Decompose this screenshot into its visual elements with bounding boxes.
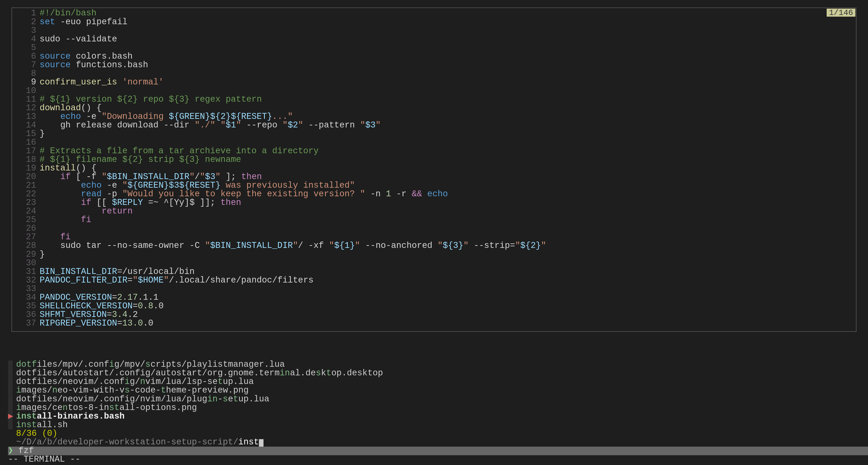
line-number: 15: [12, 130, 40, 138]
code-line[interactable]: 5: [12, 44, 856, 52]
code-line[interactable]: 2set -euo pipefail: [12, 18, 856, 27]
code-text: fi: [40, 216, 91, 224]
code-line[interactable]: 29}: [12, 251, 856, 259]
code-line[interactable]: 12download() {: [12, 104, 856, 113]
line-number: 16: [12, 138, 40, 147]
fzf-result-item[interactable]: dotfiles/neovim/.config/nvim/lua/plugin-…: [16, 395, 860, 404]
code-line[interactable]: 17# Extracts a file from a tar archieve …: [12, 147, 856, 155]
code-text: }: [40, 251, 45, 259]
line-number: 18: [12, 155, 40, 164]
code-line[interactable]: 6source colors.bash: [12, 52, 856, 61]
code-text: echo -e "Downloading ${GREEN}${2}${RESET…: [40, 113, 293, 121]
line-number: 20: [12, 173, 40, 181]
code-line[interactable]: 22 read -p "Would you like to keep the e…: [12, 190, 856, 199]
line-number: 24: [12, 207, 40, 216]
fzf-result-item[interactable]: install-binaries.bash: [16, 412, 860, 421]
fzf-result-item[interactable]: install.sh: [16, 421, 860, 430]
line-number: 1: [12, 9, 40, 18]
fzf-query[interactable]: inst: [238, 437, 259, 447]
line-number: 30: [12, 259, 40, 268]
code-line[interactable]: 35SHELLCHECK_VERSION=0.8.0: [12, 302, 856, 311]
line-number: 17: [12, 147, 40, 155]
line-number: 7: [12, 61, 40, 69]
code-line[interactable]: 26: [12, 224, 856, 233]
fzf-result-item[interactable]: images/neo-vim-with-vs-code-theme-previe…: [16, 386, 860, 395]
code-line[interactable]: 34PANDOC_VERSION=2.17.1.1: [12, 293, 856, 302]
code-text: SHELLCHECK_VERSION=0.8.0: [40, 302, 164, 311]
code-line[interactable]: 27 fi: [12, 233, 856, 242]
fzf-result-list[interactable]: dotfiles/mpv/.config/mpv/scripts/playlis…: [16, 360, 860, 429]
fzf-result-item[interactable]: dotfiles/neovim/.config/nvim/lua/lsp-set…: [16, 378, 860, 386]
code-line[interactable]: 18# ${1} filename ${2} strip ${3} newnam…: [12, 155, 856, 164]
line-number: 37: [12, 319, 40, 328]
line-number: 34: [12, 293, 40, 302]
code-line[interactable]: 36SHFMT_VERSION=3.4.2: [12, 311, 856, 319]
code-line[interactable]: 19install() {: [12, 164, 856, 173]
code-line[interactable]: 24 return: [12, 207, 856, 216]
code-line[interactable]: 30: [12, 259, 856, 268]
line-number: 26: [12, 224, 40, 233]
command-line[interactable]: ❯ fzf: [8, 447, 868, 455]
editor-pane[interactable]: 1/146 1#!/bin/bash2set -euo pipefail34su…: [11, 7, 857, 332]
code-line[interactable]: 32PANDOC_FILTER_DIR="$HOME"/.local/share…: [12, 276, 856, 285]
line-number: 19: [12, 164, 40, 173]
line-number: 11: [12, 95, 40, 104]
fzf-stats: 8/36 (0): [16, 430, 860, 438]
code-line[interactable]: 7source functions.bash: [12, 61, 856, 69]
code-text: sudo --validate: [40, 35, 117, 44]
command-text: fzf: [18, 446, 34, 456]
code-line[interactable]: 21 echo -e "${GREEN}$3${RESET} was previ…: [12, 181, 856, 190]
line-number: 29: [12, 251, 40, 259]
code-line[interactable]: 15}: [12, 130, 856, 138]
line-number: 35: [12, 302, 40, 311]
line-number: 12: [12, 104, 40, 113]
code-line[interactable]: 28 sudo tar --no-same-owner -C "$BIN_INS…: [12, 242, 856, 251]
line-number: 10: [12, 87, 40, 95]
line-number: 14: [12, 121, 40, 130]
code-line[interactable]: 10: [12, 87, 856, 95]
code-line[interactable]: 11# ${1} version ${2} repo ${3} regex pa…: [12, 95, 856, 104]
cursor-icon: [259, 439, 264, 447]
line-number: 4: [12, 35, 40, 44]
code-area[interactable]: 1#!/bin/bash2set -euo pipefail34sudo --v…: [12, 9, 856, 328]
code-line[interactable]: 3: [12, 27, 856, 35]
code-line[interactable]: 14 gh release download --dir "./" "$1" -…: [12, 121, 856, 130]
code-line[interactable]: 1#!/bin/bash: [12, 9, 856, 18]
code-line[interactable]: 31BIN_INSTALL_DIR=/usr/local/bin: [12, 268, 856, 276]
code-text: }: [40, 130, 45, 138]
fzf-panel[interactable]: ▶ dotfiles/mpv/.config/mpv/scripts/playl…: [8, 360, 860, 446]
code-text: read -p "Would you like to keep the exis…: [40, 190, 448, 199]
code-text: # ${1} filename ${2} strip ${3} newname: [40, 155, 241, 164]
prompt-icon: ❯: [8, 446, 19, 456]
fzf-prompt[interactable]: ~/D/a/b/developer-workstation-setup-scri…: [16, 438, 860, 447]
code-line[interactable]: 37RIPGREP_VERSION=13.0.0: [12, 319, 856, 328]
code-text: PANDOC_FILTER_DIR="$HOME"/.local/share/p…: [40, 276, 314, 285]
code-text: if [[ $REPLY =~ ^[Yy]$ ]]; then: [40, 199, 241, 207]
code-text: sudo tar --no-same-owner -C "$BIN_INSTAL…: [40, 242, 546, 251]
line-number: 23: [12, 199, 40, 207]
code-line[interactable]: 4sudo --validate: [12, 35, 856, 44]
code-line[interactable]: 20 if [ -f "$BIN_INSTALL_DIR"/"$3" ]; th…: [12, 173, 856, 181]
code-line[interactable]: 33: [12, 285, 856, 293]
line-number: 32: [12, 276, 40, 285]
code-text: download() {: [40, 104, 102, 113]
line-number: 28: [12, 242, 40, 251]
fzf-result-item[interactable]: dotfiles/mpv/.config/mpv/scripts/playlis…: [16, 360, 860, 369]
code-text: source functions.bash: [40, 61, 148, 69]
code-text: # ${1} version ${2} repo ${3} regex patt…: [40, 95, 262, 104]
fzf-result-item[interactable]: dotfiles/autostart/.config/autostart/org…: [16, 369, 860, 378]
line-number: 22: [12, 190, 40, 199]
code-line[interactable]: 25 fi: [12, 216, 856, 224]
code-text: # Extracts a file from a tar archieve in…: [40, 147, 319, 155]
code-line[interactable]: 13 echo -e "Downloading ${GREEN}${2}${RE…: [12, 113, 856, 121]
code-text: BIN_INSTALL_DIR=/usr/local/bin: [40, 268, 195, 276]
code-line[interactable]: 23 if [[ $REPLY =~ ^[Yy]$ ]]; then: [12, 199, 856, 207]
code-line[interactable]: 8: [12, 69, 856, 78]
fzf-result-item[interactable]: images/centos-8-install-options.png: [16, 404, 860, 412]
line-number: 2: [12, 18, 40, 27]
code-line[interactable]: 16: [12, 138, 856, 147]
line-number: 33: [12, 285, 40, 293]
code-line[interactable]: 9confirm_user_is 'normal': [12, 78, 856, 87]
mode-line: -- TERMINAL --: [8, 455, 81, 464]
code-text: gh release download --dir "./" "$1" --re…: [40, 121, 381, 130]
